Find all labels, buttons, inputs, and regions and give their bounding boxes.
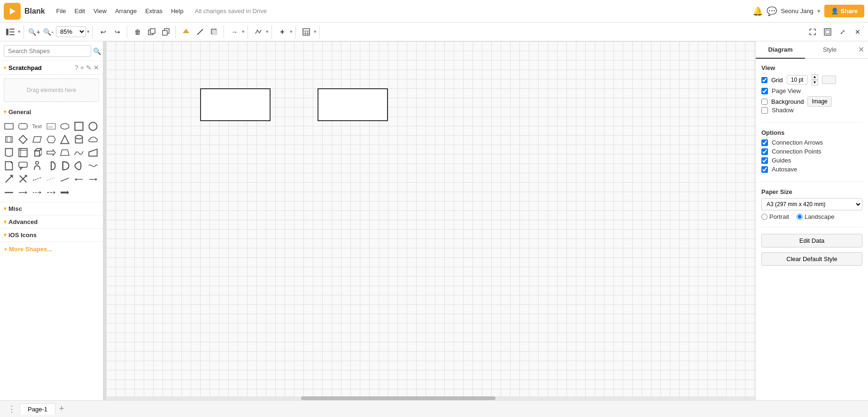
zoom-in-button[interactable]: 🔍+ <box>28 25 41 39</box>
clear-default-style-button[interactable]: Clear Default Style <box>761 252 862 266</box>
shape-solid-line[interactable] <box>3 186 15 198</box>
shape-cube[interactable] <box>31 147 43 159</box>
insert-button[interactable]: + <box>276 25 289 39</box>
add-page-button[interactable]: + <box>55 404 68 414</box>
shape-curvy-line[interactable] <box>87 160 99 172</box>
shape-cloud[interactable] <box>87 133 99 146</box>
menu-extras[interactable]: Extras <box>141 6 166 16</box>
shape-crescent[interactable] <box>73 160 85 172</box>
canvas-horizontal-scrollbar[interactable] <box>106 396 755 400</box>
waypoint-button[interactable] <box>252 25 265 39</box>
shape-d-shape[interactable] <box>59 160 71 172</box>
to-front-button[interactable] <box>145 25 158 39</box>
canvas-container[interactable] <box>106 41 755 400</box>
background-image-button[interactable]: Image <box>807 96 831 107</box>
shadow-button[interactable] <box>208 25 221 39</box>
shape-long-dashed-arrow[interactable] <box>45 186 57 198</box>
grid-down-button[interactable]: ▼ <box>812 80 818 85</box>
shape-thick-arrow[interactable] <box>59 186 71 198</box>
shape-circle[interactable] <box>87 120 99 132</box>
connector-arrow[interactable]: ▾ <box>242 29 245 35</box>
shape-line-arrow-left[interactable] <box>73 173 85 185</box>
menu-view[interactable]: View <box>90 6 110 16</box>
shape-cylinder[interactable] <box>73 133 85 146</box>
shape-half-circle[interactable] <box>45 160 57 172</box>
scratchpad-help-icon[interactable]: ? <box>75 64 78 71</box>
shape-document[interactable] <box>3 147 15 159</box>
menu-help[interactable]: Help <box>167 6 187 16</box>
connector-button[interactable]: → <box>228 25 241 39</box>
shape-rectangle[interactable] <box>3 120 15 132</box>
ios-section-header[interactable]: iOS Icons <box>0 229 103 241</box>
connection-arrows-checkbox[interactable] <box>761 139 768 146</box>
table-arrow[interactable]: ▾ <box>314 29 317 35</box>
shape-line-arrow-right[interactable] <box>87 173 99 185</box>
edit-data-button[interactable]: Edit Data <box>761 234 862 247</box>
grid-color-swatch[interactable] <box>822 76 836 84</box>
more-shapes-button[interactable]: + More Shapes... <box>0 242 103 256</box>
delete-button[interactable]: 🗑 <box>131 25 144 39</box>
scratchpad-edit-icon[interactable]: ✎ <box>86 64 92 71</box>
table-button[interactable] <box>300 25 313 39</box>
scratchpad-collapse-icon[interactable]: ▾ <box>4 65 7 71</box>
shape-dashed-arrow[interactable] <box>31 186 43 198</box>
landscape-option[interactable]: Landscape <box>797 213 835 220</box>
stroke-color-button[interactable] <box>194 25 207 39</box>
connection-points-checkbox[interactable] <box>761 148 768 155</box>
landscape-radio[interactable] <box>797 214 803 220</box>
bell-icon[interactable]: 🔔 <box>752 6 763 16</box>
search-icon[interactable]: 🔍 <box>93 47 101 55</box>
grid-size-input[interactable] <box>787 75 808 85</box>
shape-arrow-line[interactable] <box>17 186 29 198</box>
shape-dotted-line[interactable] <box>45 173 57 185</box>
user-dropdown-icon[interactable]: ▾ <box>817 8 821 15</box>
shape-callout[interactable] <box>17 160 29 172</box>
page-view-checkbox[interactable] <box>761 88 768 94</box>
shape-wave[interactable] <box>73 147 85 159</box>
search-input[interactable] <box>4 45 91 57</box>
general-section-header[interactable]: General <box>0 106 103 118</box>
expand-button[interactable]: ⤢ <box>836 25 849 39</box>
canvas-scrollbar-thumb[interactable] <box>301 396 496 400</box>
fit-page-button[interactable] <box>806 25 819 39</box>
misc-section-header[interactable]: Misc <box>0 202 103 215</box>
portrait-option[interactable]: Portrait <box>761 213 789 220</box>
page-options-button[interactable]: ⋮ <box>4 404 20 414</box>
fill-color-button[interactable] <box>179 25 193 39</box>
collapse-button[interactable]: ✕ <box>851 25 864 39</box>
zoom-select[interactable]: 85%100%75%50%150% <box>56 26 86 37</box>
shape-process[interactable] <box>3 133 15 146</box>
advanced-section-header[interactable]: Advanced <box>0 216 103 228</box>
close-right-panel-button[interactable]: ✕ <box>854 41 868 58</box>
chat-icon[interactable]: 💬 <box>767 6 777 16</box>
shape-trapezoid[interactable] <box>59 147 71 159</box>
shape-internal-storage[interactable] <box>17 147 29 159</box>
zoom-arrow[interactable]: ▾ <box>87 29 90 35</box>
redo-button[interactable]: ↪ <box>111 25 124 39</box>
shape-arrow-right[interactable] <box>45 147 57 159</box>
shape-manual-input[interactable] <box>87 147 99 159</box>
zoom-out-button[interactable]: 🔍- <box>42 25 55 39</box>
tab-style[interactable]: Style <box>805 41 854 58</box>
panel-toggle-arrow[interactable]: ▾ <box>18 29 21 35</box>
waypoint-arrow[interactable]: ▾ <box>266 29 269 35</box>
fullscreen-button[interactable] <box>821 25 834 39</box>
autosave-checkbox[interactable] <box>761 166 768 173</box>
shape-label-box[interactable]: ━━━ <box>45 120 57 132</box>
toggle-panel-button[interactable] <box>4 25 17 39</box>
shape-line[interactable] <box>59 173 71 185</box>
portrait-radio[interactable] <box>761 214 767 220</box>
page-1-tab[interactable]: Page-1 <box>20 403 55 415</box>
grid-checkbox[interactable] <box>761 77 767 83</box>
canvas-shape-2[interactable] <box>318 88 388 121</box>
shape-ellipse[interactable] <box>59 120 71 132</box>
background-checkbox[interactable] <box>761 99 767 105</box>
scratchpad-add-icon[interactable]: + <box>80 64 84 71</box>
shape-person[interactable] <box>31 160 43 172</box>
to-back-button[interactable] <box>159 25 172 39</box>
shape-parallelogram[interactable] <box>31 133 43 146</box>
grid-up-button[interactable]: ▲ <box>812 74 818 80</box>
shape-note[interactable] <box>3 160 15 172</box>
paper-size-select[interactable]: A3 (297 mm x 420 mm) A4 (210 mm x 297 mm… <box>761 198 862 210</box>
menu-edit[interactable]: Edit <box>71 6 89 16</box>
